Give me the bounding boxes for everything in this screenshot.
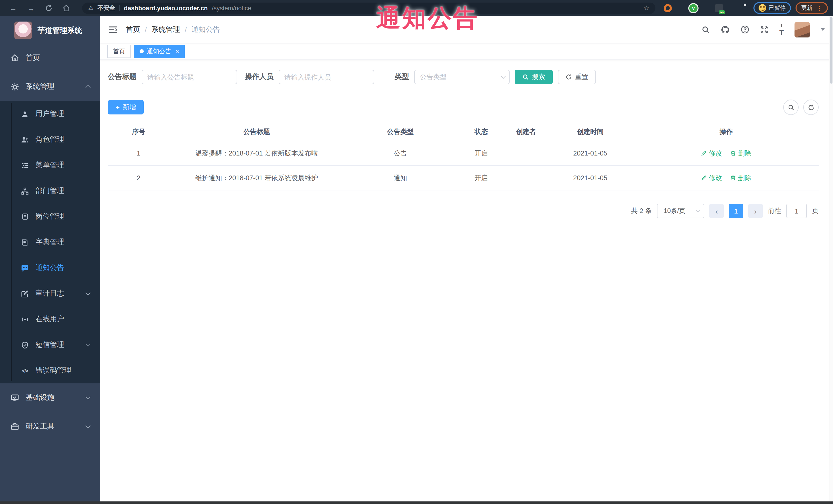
scrollbar-thumb[interactable] — [830, 17, 832, 83]
trash-icon — [730, 150, 736, 156]
sidebar-item-label: 研发工具 — [26, 422, 54, 431]
sidebar-item-error-codes[interactable]: </> 错误码管理 — [0, 358, 100, 383]
sidebar-item-roles[interactable]: 角色管理 — [0, 127, 100, 152]
edit-link-label: 修改 — [709, 149, 722, 158]
sidebar-item-label: 短信管理 — [35, 340, 64, 350]
delete-link[interactable]: 删除 — [730, 173, 752, 183]
col-header-no: 序号 — [108, 127, 169, 136]
cell-status: 开启 — [457, 173, 505, 183]
profile-paused-pill[interactable]: 已暂停 — [754, 2, 791, 14]
avatar[interactable] — [794, 22, 810, 37]
extension-green-icon[interactable]: v — [689, 4, 697, 12]
sidebar-item-users[interactable]: 用户管理 — [0, 101, 100, 127]
sidebar-item-dict[interactable]: 字典管理 — [0, 230, 100, 255]
app-logo-row[interactable]: 芋道管理系统 — [0, 16, 100, 44]
sidebar-item-menus[interactable]: 菜单管理 — [0, 152, 100, 178]
org-tree-icon — [21, 187, 29, 195]
chevron-down-icon — [696, 208, 700, 213]
sidebar-item-online-users[interactable]: 在线用户 — [0, 306, 100, 332]
extension-leaf-icon[interactable] — [728, 4, 736, 12]
sidebar-item-posts[interactable]: 岗位管理 — [0, 204, 100, 230]
sidebar-item-dev-tools[interactable]: 研发工具 — [0, 412, 100, 441]
sidebar-item-label: 首页 — [26, 53, 40, 63]
tab-notice[interactable]: 通知公告 × — [134, 45, 185, 58]
cell-no: 2 — [108, 174, 169, 182]
pagination-total: 共 2 条 — [631, 206, 652, 216]
sidebar-item-system[interactable]: 系统管理 — [0, 72, 100, 101]
edit-link[interactable]: 修改 — [701, 173, 722, 183]
browser-menu-icon[interactable]: ⋮ — [816, 5, 822, 10]
page-size-value: 10条/页 — [664, 207, 686, 215]
operator-input[interactable] — [279, 70, 374, 84]
sidebar-item-label: 在线用户 — [35, 315, 64, 324]
sidebar-item-label: 字典管理 — [35, 238, 64, 247]
extension-diamond-icon[interactable] — [702, 4, 710, 12]
cell-title: 温馨提醒：2018-07-01 若依新版本发布啦 — [169, 149, 344, 158]
search-button-label: 搜索 — [532, 72, 545, 81]
col-header-time: 创建时间 — [547, 127, 634, 136]
refresh-table-button[interactable] — [803, 100, 818, 115]
sidebar-item-label: 角色管理 — [35, 135, 64, 144]
col-header-status: 状态 — [457, 127, 505, 136]
sidebar-item-label: 通知公告 — [35, 263, 64, 272]
extension-switch-icon[interactable]: on — [715, 4, 723, 12]
extensions-puzzle-icon[interactable] — [741, 4, 749, 12]
breadcrumb-home[interactable]: 首页 — [126, 25, 140, 34]
sidebar-item-notice[interactable]: 通知公告 — [0, 255, 100, 281]
url-bar[interactable]: ⚠ 不安全 dashboard.yudao.iocoder.cn/system/… — [82, 2, 656, 14]
search-button[interactable]: 搜索 — [515, 70, 553, 84]
home-icon[interactable] — [63, 4, 70, 11]
github-icon[interactable] — [721, 25, 730, 34]
security-warning-text: 不安全 — [97, 4, 115, 12]
page-size-select[interactable]: 10条/页 — [657, 204, 704, 218]
users-group-icon — [21, 136, 29, 143]
shield-check-icon — [21, 341, 29, 349]
browser-extensions: v on 已暂停 更新 ⋮ — [664, 2, 828, 14]
table-row: 2 维护通知：2018-07-01 若依系统凌晨维护 通知 开启 2021-01… — [108, 166, 818, 190]
fullscreen-icon[interactable] — [760, 25, 768, 33]
extension-orange-icon[interactable] — [664, 4, 672, 12]
breadcrumb-system[interactable]: 系统管理 — [151, 25, 180, 34]
page-scrollbar[interactable] — [829, 16, 833, 501]
col-header-type: 公告类型 — [344, 127, 457, 136]
help-icon[interactable] — [741, 25, 749, 34]
sidebar-item-label: 审计日志 — [35, 289, 64, 298]
bookmark-star-icon[interactable]: ☆ — [643, 4, 649, 12]
filter-form: 公告标题 操作人员 类型 公告类型 搜索 — [108, 70, 818, 84]
prev-page-button[interactable]: ‹ — [709, 204, 724, 218]
delete-link[interactable]: 删除 — [730, 149, 752, 158]
browser-bar: ← → ⚠ 不安全 dashboard.yudao.iocoder.cn/sys… — [0, 0, 833, 16]
tab-home[interactable]: 首页 — [107, 45, 131, 58]
tab-close-icon[interactable]: × — [175, 48, 179, 54]
browser-update-button[interactable]: 更新 ⋮ — [795, 2, 828, 14]
app-logo — [15, 22, 32, 39]
table-tools — [783, 100, 818, 115]
back-icon[interactable]: ← — [9, 4, 17, 12]
font-size-icon[interactable]: TT — [779, 23, 784, 36]
extension-drop-icon[interactable] — [676, 4, 685, 12]
sidebar-collapse-icon[interactable] — [108, 25, 118, 33]
show-search-button[interactable] — [783, 100, 799, 115]
page-number-1[interactable]: 1 — [729, 204, 743, 218]
search-icon[interactable] — [702, 25, 710, 33]
sidebar-item-departments[interactable]: 部门管理 — [0, 178, 100, 204]
goto-page-input[interactable] — [786, 204, 807, 218]
cell-title: 维护通知：2018-07-01 若依系统凌晨维护 — [169, 173, 344, 183]
reset-button[interactable]: 重置 — [558, 70, 596, 84]
list-tree-icon — [21, 162, 29, 169]
edit-link[interactable]: 修改 — [701, 149, 722, 158]
add-button[interactable]: + 新增 — [108, 100, 144, 115]
notice-title-input[interactable] — [142, 70, 237, 84]
sidebar-item-home[interactable]: 首页 — [0, 44, 100, 72]
forward-icon[interactable]: → — [27, 4, 35, 12]
sidebar-item-sms[interactable]: 短信管理 — [0, 332, 100, 358]
reload-icon[interactable] — [45, 4, 52, 11]
url-path: /system/notice — [212, 4, 251, 11]
user-menu-caret-icon[interactable] — [821, 28, 825, 31]
sidebar-item-infrastructure[interactable]: 基础设施 — [0, 383, 100, 412]
chat-bubble-icon — [21, 264, 29, 272]
next-page-button[interactable]: › — [748, 204, 763, 218]
sidebar-item-audit-log[interactable]: 审计日志 — [0, 281, 100, 306]
notice-type-select[interactable]: 公告类型 — [414, 70, 510, 84]
edit-pencil-icon — [701, 150, 707, 156]
